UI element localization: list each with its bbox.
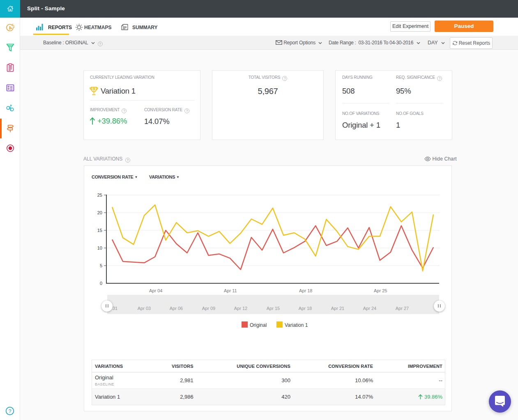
svg-text:?: ? xyxy=(9,409,12,414)
